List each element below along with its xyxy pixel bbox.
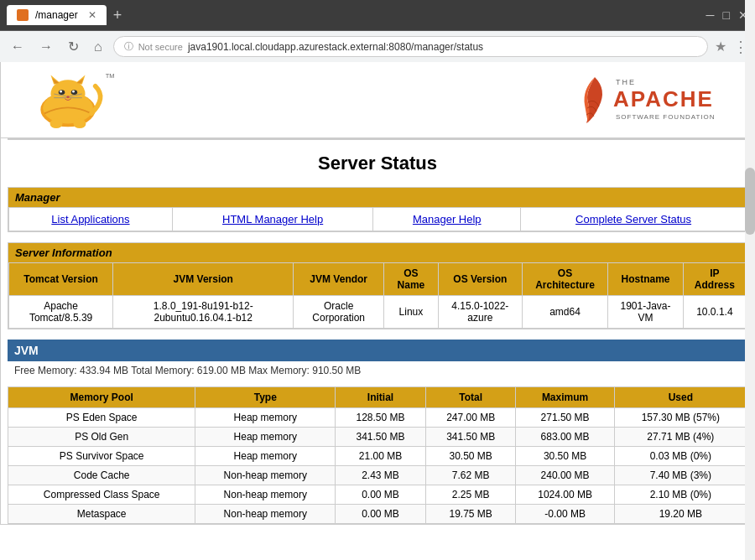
- col-initial: Initial: [336, 387, 426, 408]
- memory-initial-4: 0.00 MB: [336, 485, 426, 505]
- col-used: Used: [614, 387, 747, 408]
- memory-maximum-5: -0.00 MB: [516, 505, 614, 524]
- maximize-icon[interactable]: □: [723, 8, 730, 22]
- memory-pool-3: Code Cache: [8, 466, 195, 485]
- memory-used-3: 7.40 MB (3%): [614, 466, 747, 485]
- memory-used-2: 0.03 MB (0%): [614, 447, 747, 466]
- jvm-section-header: JVM: [8, 340, 747, 361]
- col-maximum: Maximum: [516, 387, 614, 408]
- manager-section: Manager List Applications HTML Manager H…: [8, 187, 747, 232]
- memory-initial-3: 2.43 MB: [336, 466, 426, 485]
- memory-pool-2: PS Survivor Space: [8, 447, 195, 466]
- html-manager-help-link[interactable]: HTML Manager Help: [222, 213, 323, 226]
- jvm-version-value: 1.8.0_191-8u191-b12-2ubuntu0.16.04.1-b12: [113, 296, 294, 329]
- header-logos: TM THE APACHE SOFTWARE FOUNDATION: [1, 62, 754, 138]
- col-total: Total: [425, 387, 516, 408]
- nav-link-cell-2: HTML Manager Help: [172, 208, 372, 231]
- address-bar[interactable]: ⓘ Not secure java1901.local.cloudapp.azu…: [113, 36, 708, 57]
- manager-help-link[interactable]: Manager Help: [413, 213, 482, 226]
- page-title: Server Status: [1, 140, 754, 187]
- ip-address-value: 10.0.1.4: [683, 296, 746, 329]
- memory-table-row: PS Eden SpaceHeap memory128.50 MB247.00 …: [8, 408, 747, 428]
- complete-server-status-link[interactable]: Complete Server Status: [575, 213, 691, 226]
- security-icon: ⓘ: [124, 40, 133, 53]
- nav-links-row: List Applications HTML Manager Help Mana…: [9, 208, 747, 231]
- url-display[interactable]: java1901.local.cloudapp.azurestack.exter…: [188, 41, 483, 53]
- memory-type-3: Non-heap memory: [195, 466, 336, 485]
- memory-type-1: Heap memory: [195, 428, 336, 447]
- memory-maximum-0: 271.50 MB: [516, 408, 614, 428]
- bookmark-icon[interactable]: ★: [715, 39, 726, 54]
- col-hostname: Hostname: [608, 263, 684, 296]
- memory-table-row: Code CacheNon-heap memory2.43 MB7.62 MB2…: [8, 466, 747, 485]
- home-button[interactable]: ⌂: [90, 38, 107, 56]
- memory-used-0: 157.30 MB (57%): [614, 408, 747, 428]
- forward-button[interactable]: →: [35, 38, 57, 56]
- apache-svg: THE APACHE SOFTWARE FOUNDATION: [570, 73, 737, 127]
- memory-maximum-3: 240.00 MB: [516, 466, 614, 485]
- memory-used-5: 19.20 MB: [614, 505, 747, 524]
- memory-total-2: 30.50 MB: [425, 447, 516, 466]
- memory-type-5: Non-heap memory: [195, 505, 336, 524]
- memory-pool-1: PS Old Gen: [8, 428, 195, 447]
- memory-table-row: PS Survivor SpaceHeap memory21.00 MB30.5…: [8, 447, 747, 466]
- tab-title: /manager: [35, 9, 78, 21]
- memory-table-body: PS Eden SpaceHeap memory128.50 MB247.00 …: [8, 408, 747, 524]
- svg-text:APACHE: APACHE: [613, 86, 714, 111]
- browser-chrome: /manager ✕ + ─ □ ✕ ← → ↻ ⌂ ⓘ Not secure …: [0, 0, 755, 62]
- server-info-data-row: Apache Tomcat/8.5.39 1.8.0_191-8u191-b12…: [9, 296, 747, 329]
- scrollbar-thumb[interactable]: [745, 168, 755, 235]
- jvm-vendor-value: Oracle Corporation: [294, 296, 384, 329]
- memory-type-0: Heap memory: [195, 408, 336, 428]
- os-arch-value: amd64: [522, 296, 607, 329]
- server-info-header: Server Information: [8, 243, 747, 262]
- memory-used-1: 27.71 MB (4%): [614, 428, 747, 447]
- memory-table-row: MetaspaceNon-heap memory0.00 MB19.75 MB-…: [8, 505, 747, 524]
- col-memory-pool: Memory Pool: [8, 387, 195, 408]
- tomcat-logo: TM: [18, 70, 118, 129]
- server-info-header-row: Tomcat Version JVM Version JVM Vendor OS…: [9, 263, 747, 296]
- memory-pool-0: PS Eden Space: [8, 408, 195, 428]
- svg-point-10: [72, 91, 75, 93]
- nav-link-cell-1: List Applications: [9, 208, 173, 231]
- col-ip-address: IP Address: [683, 263, 746, 296]
- back-button[interactable]: ←: [7, 38, 29, 56]
- nav-link-cell-4: Complete Server Status: [521, 208, 747, 231]
- jvm-memory-info: Free Memory: 433.94 MB Total Memory: 619…: [8, 361, 747, 380]
- scrollbar[interactable]: [745, 0, 755, 525]
- nav-link-cell-3: Manager Help: [373, 208, 521, 231]
- memory-initial-5: 0.00 MB: [336, 505, 426, 524]
- minimize-icon[interactable]: ─: [706, 8, 715, 22]
- svg-text:TM: TM: [106, 72, 115, 80]
- svg-text:SOFTWARE FOUNDATION: SOFTWARE FOUNDATION: [616, 113, 716, 121]
- memory-maximum-1: 683.00 MB: [516, 428, 614, 447]
- manager-section-header: Manager: [8, 188, 747, 207]
- memory-total-1: 341.50 MB: [425, 428, 516, 447]
- col-jvm-version: JVM Version: [113, 263, 294, 296]
- memory-total-5: 19.75 MB: [425, 505, 516, 524]
- memory-used-4: 2.10 MB (0%): [614, 485, 747, 505]
- nav-bar: ← → ↻ ⌂ ⓘ Not secure java1901.local.clou…: [0, 30, 755, 62]
- col-jvm-vendor: JVM Vendor: [294, 263, 384, 296]
- page-wrapper: TM THE APACHE SOFTWARE FOUNDATION S: [0, 62, 755, 525]
- close-tab-icon[interactable]: ✕: [88, 9, 96, 21]
- memory-table-row: Compressed Class SpaceNon-heap memory0.0…: [8, 485, 747, 505]
- reload-button[interactable]: ↻: [64, 37, 83, 56]
- svg-point-17: [74, 119, 86, 128]
- col-tomcat-version: Tomcat Version: [9, 263, 113, 296]
- hostname-value: 1901-Java-VM: [608, 296, 684, 329]
- col-os-version: OS Version: [438, 263, 522, 296]
- list-applications-link[interactable]: List Applications: [51, 213, 129, 226]
- memory-table-header-row: Memory Pool Type Initial Total Maximum U…: [8, 387, 747, 408]
- browser-tab[interactable]: /manager ✕: [7, 5, 107, 25]
- apache-logo: THE APACHE SOFTWARE FOUNDATION: [570, 73, 737, 127]
- server-info-table: Tomcat Version JVM Version JVM Vendor OS…: [8, 262, 747, 329]
- memory-initial-2: 21.00 MB: [336, 447, 426, 466]
- memory-type-4: Non-heap memory: [195, 485, 336, 505]
- memory-total-0: 247.00 MB: [425, 408, 516, 428]
- security-label: Not secure: [138, 42, 183, 52]
- svg-text:THE: THE: [616, 78, 636, 86]
- new-tab-button[interactable]: +: [113, 7, 122, 24]
- memory-total-3: 7.62 MB: [425, 466, 516, 485]
- server-info-section: Server Information Tomcat Version JVM Ve…: [8, 242, 747, 329]
